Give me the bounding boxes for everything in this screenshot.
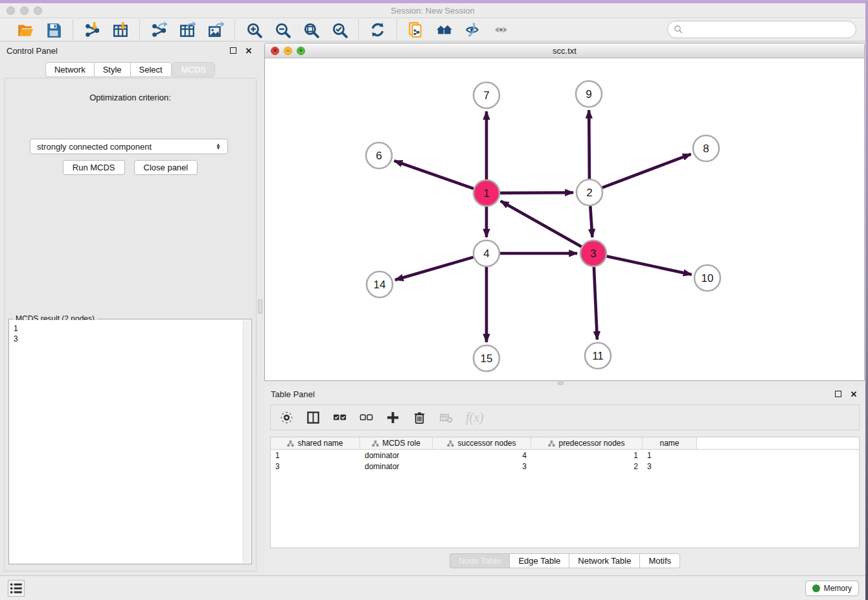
- network-maximize-button[interactable]: +: [297, 47, 305, 55]
- table-close-panel-icon[interactable]: ✕: [849, 389, 859, 399]
- home-icon[interactable]: [435, 20, 454, 40]
- tab-network[interactable]: Network: [45, 62, 94, 77]
- export-network-icon[interactable]: [149, 20, 168, 40]
- clone-network-icon[interactable]: [406, 20, 426, 40]
- edge-2-3[interactable]: [590, 206, 592, 237]
- zoom-out-icon[interactable]: [273, 20, 292, 40]
- mcds-result-node: 1: [14, 323, 239, 334]
- column-header-MCDS-role[interactable]: MCDS role: [360, 437, 433, 449]
- delete-icon[interactable]: [413, 411, 426, 424]
- columns-icon[interactable]: [306, 411, 320, 424]
- deselect-all-icon[interactable]: [360, 411, 373, 424]
- node-2[interactable]: 2: [577, 179, 602, 205]
- memory-button[interactable]: Memory: [805, 581, 859, 596]
- cell-name: 3: [643, 462, 697, 471]
- import-table-icon[interactable]: [111, 20, 130, 40]
- svg-text:11: 11: [592, 350, 604, 362]
- optimization-value: strongly connected component: [37, 142, 216, 152]
- close-panel-icon[interactable]: ✕: [244, 45, 254, 56]
- network-close-button[interactable]: ✕: [271, 47, 279, 55]
- float-panel-icon[interactable]: [228, 45, 238, 56]
- show-graphics-icon[interactable]: [492, 20, 511, 40]
- table-header-row: shared name MCDS role successor nodes pr…: [271, 437, 859, 450]
- search-input[interactable]: [687, 25, 850, 34]
- run-mcds-button[interactable]: Run MCDS: [63, 160, 125, 175]
- table-float-panel-icon[interactable]: [833, 389, 843, 399]
- tab-mcds[interactable]: MCDS: [172, 62, 215, 77]
- svg-text:10: 10: [702, 272, 714, 284]
- svg-text:8: 8: [703, 143, 709, 155]
- export-image-icon[interactable]: [206, 20, 225, 40]
- cell-name: 1: [643, 451, 697, 460]
- node-9[interactable]: 9: [576, 81, 602, 107]
- node-1[interactable]: 1: [474, 180, 499, 206]
- column-header-successor-nodes[interactable]: successor nodes: [433, 437, 531, 449]
- node-6[interactable]: 6: [366, 143, 392, 168]
- column-header-name[interactable]: name: [643, 437, 697, 449]
- import-network-icon[interactable]: [82, 20, 102, 40]
- network-window-title: scc.txt: [265, 46, 864, 56]
- tab-network-table[interactable]: Network Table: [569, 553, 639, 568]
- node-8[interactable]: 8: [693, 135, 719, 161]
- open-session-icon[interactable]: [16, 20, 35, 40]
- edge-2-8[interactable]: [602, 154, 691, 188]
- tab-motifs[interactable]: Motifs: [639, 553, 680, 568]
- tab-edge-table[interactable]: Edge Table: [509, 553, 569, 568]
- node-4[interactable]: 4: [474, 240, 499, 266]
- node-10[interactable]: 10: [694, 265, 720, 291]
- delete-table-icon: [439, 411, 453, 424]
- tab-style[interactable]: Style: [94, 62, 130, 77]
- network-minimize-button[interactable]: −: [284, 47, 292, 55]
- control-panel: Control Panel ✕ NetworkStyleSelectMCDS O…: [0, 43, 260, 575]
- zoom-fit-icon[interactable]: [301, 20, 321, 40]
- close-panel-button[interactable]: Close panel: [134, 160, 198, 175]
- list-icon: [8, 581, 24, 596]
- column-header-shared-name[interactable]: shared name: [271, 437, 360, 449]
- node-11[interactable]: 11: [585, 343, 611, 369]
- zoom-in-icon[interactable]: [244, 20, 264, 40]
- node-3[interactable]: 3: [580, 240, 606, 266]
- select-all-icon[interactable]: [333, 411, 347, 424]
- select-stepper-icon: ▲▼: [216, 143, 221, 150]
- edge-1-6[interactable]: [394, 161, 474, 189]
- tab-select[interactable]: Select: [130, 62, 172, 77]
- export-table-icon[interactable]: [177, 20, 197, 40]
- node-7[interactable]: 7: [474, 82, 499, 108]
- hide-graphics-icon[interactable]: [463, 20, 483, 40]
- refresh-icon[interactable]: [368, 20, 387, 40]
- horizontal-splitter-handle[interactable]: [558, 382, 564, 385]
- app-title: Session: New Session: [0, 6, 865, 16]
- column-header-predecessor-nodes[interactable]: predecessor nodes: [531, 437, 643, 449]
- table-row[interactable]: 1dominator411: [271, 450, 859, 461]
- gear-icon[interactable]: [280, 411, 293, 424]
- table-row[interactable]: 3dominator323: [271, 461, 859, 472]
- cell-shared-name: 3: [271, 462, 360, 471]
- vertical-splitter-handle[interactable]: [258, 299, 262, 314]
- mcds-tab-content: Optimization criterion: strongly connect…: [4, 78, 257, 571]
- node-14[interactable]: 14: [367, 271, 393, 297]
- edge-3-10[interactable]: [607, 256, 692, 274]
- node-15[interactable]: 15: [474, 345, 499, 371]
- tab-node-table[interactable]: Node Table: [450, 553, 510, 568]
- add-icon[interactable]: [386, 411, 400, 424]
- zoom-selected-icon[interactable]: [330, 20, 349, 40]
- edge-3-11[interactable]: [594, 267, 597, 340]
- search-box[interactable]: [667, 21, 856, 38]
- svg-text:14: 14: [374, 279, 386, 291]
- mcds-result-list[interactable]: 13: [10, 320, 243, 563]
- save-session-icon[interactable]: [44, 20, 63, 40]
- edge-1-2[interactable]: [500, 192, 573, 193]
- edge-3-1[interactable]: [501, 201, 582, 246]
- optimization-select[interactable]: strongly connected component ▲▼: [30, 139, 228, 154]
- cell-successor-nodes: 4: [433, 451, 531, 460]
- app-titlebar: Session: New Session: [0, 3, 865, 18]
- mcds-result-scrollbar[interactable]: [243, 320, 251, 563]
- network-canvas[interactable]: 7 9 6 8 1 2 4 3 14 10 15 11: [266, 58, 864, 380]
- network-window-titlebar[interactable]: ✕ − + scc.txt: [265, 43, 864, 58]
- edge-4-14[interactable]: [395, 257, 474, 280]
- edge-2-9[interactable]: [589, 110, 589, 179]
- cell-predecessor-nodes: 1: [531, 451, 643, 460]
- task-history-button[interactable]: [8, 580, 25, 597]
- svg-text:6: 6: [376, 150, 382, 162]
- attribute-icon: [548, 440, 555, 447]
